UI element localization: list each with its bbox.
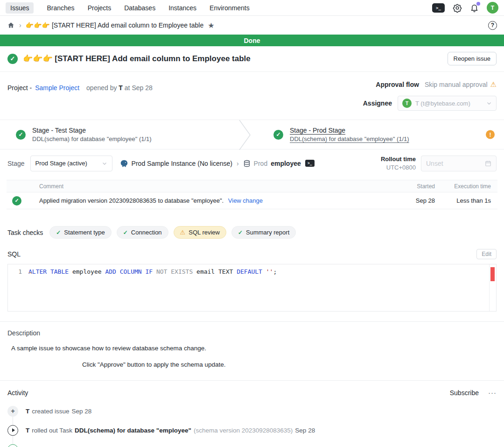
nav-item-branches[interactable]: Branches — [47, 4, 74, 12]
rollout-time-placeholder: Unset — [426, 160, 443, 167]
sql-section: SQL Edit 1 ALTER TABLE employee ADD COLU… — [0, 249, 504, 312]
task-started: Sep 28 — [405, 197, 435, 204]
instance-name: Prod Sample Instance (No license) — [132, 160, 232, 167]
assignee-label: Assignee — [363, 99, 392, 107]
activity-timeline: + T created issue Sep 28 T rolled out Ta… — [7, 404, 497, 447]
activity-item-completed: ✓ Task DDL(schema) for database "employe… — [7, 443, 497, 447]
table-row[interactable]: ✓ Applied migration version 202309280836… — [7, 192, 497, 209]
chevron-down-icon — [486, 100, 492, 106]
project-link[interactable]: Sample Project — [35, 84, 79, 92]
nav-item-databases[interactable]: Databases — [124, 4, 155, 12]
rollout-timezone: UTC+0800 — [381, 163, 416, 172]
column-header-execution-time: Execution time — [442, 183, 491, 190]
toolbar-separator: › — [237, 160, 239, 167]
check-pill-label: Summary report — [246, 229, 289, 236]
description-label: Description — [7, 329, 497, 337]
nav-item-environments[interactable]: Environments — [210, 4, 250, 12]
assignee-select[interactable]: T T (t@bytebase.com) — [398, 96, 497, 111]
description-line: Click "Approve" button to apply the sche… — [82, 361, 497, 368]
check-success-icon: ✓ — [56, 229, 61, 236]
activity-date: Sep 28 — [295, 427, 315, 434]
approval-flow-label: Approval flow — [376, 81, 419, 88]
check-pill-sql-review[interactable]: ⚠ SQL review — [174, 226, 226, 239]
nav-list: Issues Branches Projects Databases Insta… — [6, 2, 250, 14]
column-header-started: Started — [405, 183, 435, 190]
stage-success-check-icon: ✓ — [16, 130, 26, 140]
opened-prefix: opened by — [86, 84, 117, 92]
check-success-icon: ✓ — [123, 229, 128, 236]
bell-icon[interactable] — [470, 3, 479, 13]
sql-token: '' — [266, 268, 273, 275]
sql-token: ALTER TABLE — [28, 268, 69, 275]
task-checks: Task checks ✓ Statement type ✓ Connectio… — [0, 226, 504, 239]
task-success-check-icon: ✓ — [12, 196, 21, 206]
check-pill-label: SQL review — [189, 229, 220, 236]
view-change-link[interactable]: View change — [228, 197, 263, 204]
stage-card-test[interactable]: ✓ Stage - Test Stage DDL(schema) for dat… — [0, 120, 252, 149]
opened-user: T — [119, 84, 123, 92]
page-title: 👉👉👉 [START HERE] Add email column to Emp… — [23, 54, 251, 64]
issue-done-check-icon: ✓ — [7, 54, 18, 64]
nav-item-projects[interactable]: Projects — [88, 4, 112, 12]
nav-item-issues[interactable]: Issues — [6, 2, 34, 14]
description-section: Description A sample issue to showcase h… — [0, 322, 504, 368]
activity-section: Activity Subscribe ··· + T created issue… — [0, 381, 504, 447]
reopen-issue-button[interactable]: Reopen issue — [448, 52, 497, 65]
sql-token — [153, 268, 156, 275]
rollout-time-input[interactable]: Unset — [421, 156, 497, 171]
activity-item-rollout: T rolled out Task DDL(schema) for databa… — [7, 424, 497, 437]
sql-editor-terminal-icon[interactable]: >_ — [432, 3, 445, 13]
rollout-time-label: Rollout time — [381, 155, 416, 163]
editor-overview-ruler — [489, 264, 496, 311]
opened-by-text: opened by T at Sep 28 — [86, 84, 153, 92]
subscribe-button[interactable]: Subscribe — [450, 389, 479, 397]
stage-select-label: Stage — [7, 160, 25, 167]
sql-token: ; — [273, 268, 277, 275]
calendar-icon — [485, 160, 491, 167]
check-pill-label: Connection — [131, 229, 162, 236]
instance-link[interactable]: Prod Sample Instance (No license) — [120, 159, 232, 168]
task-checks-label: Task checks — [7, 229, 43, 236]
stage-subtitle: DDL(schema) for database "employee" (1/1… — [290, 135, 409, 142]
home-icon[interactable] — [7, 21, 15, 29]
task-run-table: Comment Started Execution time ✓ Applied… — [7, 180, 497, 209]
sql-warning-squiggle — [28, 269, 32, 276]
database-link[interactable]: Prod employee >_ — [243, 160, 315, 167]
approval-flow-value: Skip manual approval — [425, 81, 488, 88]
sql-token: email TEXT — [193, 268, 237, 275]
nav-item-instances[interactable]: Instances — [168, 4, 196, 12]
sql-label: SQL — [7, 250, 21, 258]
sql-token — [262, 268, 266, 275]
warning-triangle-icon[interactable]: ⚠ — [490, 80, 497, 89]
avatar[interactable]: T — [487, 2, 498, 14]
stage-card-prod[interactable]: ✓ Stage - Prod Stage DDL(schema) for dat… — [252, 120, 504, 149]
edit-sql-button[interactable]: Edit — [476, 249, 497, 259]
sql-editor[interactable]: 1 ALTER TABLE employee ADD COLUMN IF NOT… — [7, 264, 497, 312]
stage-select[interactable]: Prod Stage (active) — [30, 156, 112, 171]
check-pill-connection[interactable]: ✓ Connection — [117, 226, 168, 239]
check-pill-statement-type[interactable]: ✓ Statement type — [49, 226, 112, 239]
activity-user: T — [26, 427, 29, 434]
top-navigation: Issues Branches Projects Databases Insta… — [0, 0, 504, 16]
task-comment-text: Applied migration version 20230928083635… — [39, 197, 224, 204]
project-label: Project - — [7, 84, 32, 92]
activity-meta: (schema version 20230928083635) — [194, 427, 293, 434]
stage-alert-icon[interactable]: ! — [486, 130, 495, 139]
check-pill-summary-report[interactable]: ✓ Summary report — [231, 226, 296, 239]
stage-subtitle: DDL(schema) for database "employee" (1/1… — [32, 135, 152, 142]
stage-title: Stage - Test Stage — [32, 127, 152, 134]
help-icon[interactable]: ? — [488, 21, 497, 30]
more-actions-icon[interactable]: ··· — [488, 389, 497, 397]
activity-action: created issue — [32, 408, 69, 415]
favorite-star-icon[interactable]: ★ — [208, 21, 214, 30]
open-sql-editor-icon[interactable]: >_ — [305, 160, 315, 167]
stage-separator-chevron — [239, 120, 251, 150]
sql-token: NOT EXISTS — [156, 268, 193, 275]
task-comment: Applied migration version 20230928083635… — [39, 197, 405, 204]
stage-toolbar: Stage Prod Stage (active) Prod Sample In… — [0, 149, 504, 177]
activity-target: DDL(schema) for database "employee" — [75, 427, 191, 434]
sql-token: DEFAULT — [237, 268, 262, 275]
issue-title-row: ✓ 👉👉👉 [START HERE] Add email column to E… — [0, 46, 504, 72]
editor-warning-marker — [490, 267, 495, 281]
gear-icon[interactable] — [453, 3, 462, 13]
